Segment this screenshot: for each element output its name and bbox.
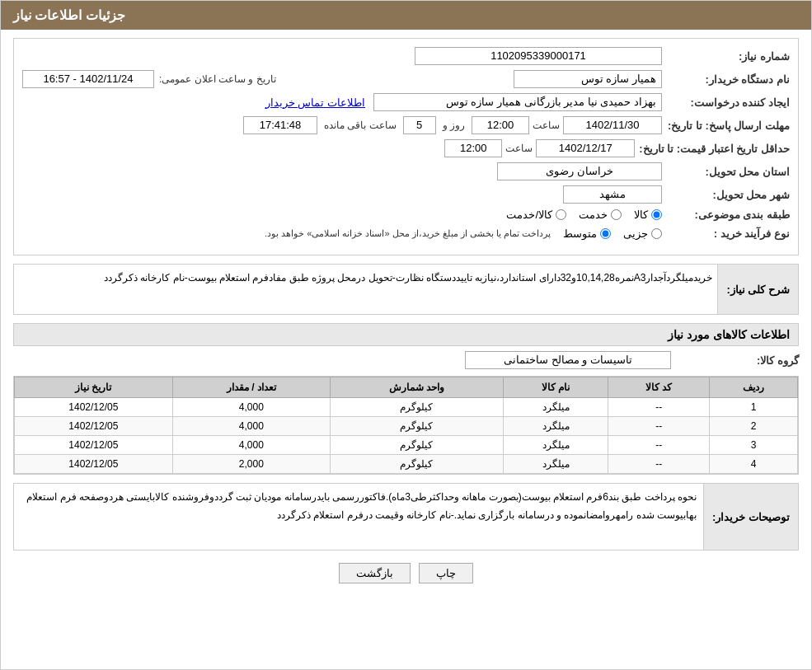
noe-farayand-label: نوع فرآیند خرید : bbox=[666, 227, 790, 240]
sharh-koli-text: خریدمیلگردآجدارA3نمره10,14,28و32دارای اس… bbox=[14, 265, 717, 314]
cell-tedad: 4,000 bbox=[172, 436, 330, 455]
radio-kala-khadamat-input[interactable] bbox=[556, 209, 566, 220]
buyer-desc-text: نحوه پرداخت طبق بند6فرم استعلام بیوست(بص… bbox=[14, 484, 703, 550]
mohlat-label: مهلت ارسال پاسخ: تا تاریخ: bbox=[666, 119, 790, 132]
cell-radif: 4 bbox=[710, 455, 798, 474]
table-row: 1 -- میلگرد کیلوگرم 4,000 1402/12/05 bbox=[15, 398, 798, 417]
radio-kala-input[interactable] bbox=[651, 209, 662, 220]
radio-motavaset-input[interactable] bbox=[600, 228, 611, 239]
radio-khadamat-label: خدمت bbox=[579, 208, 608, 221]
radio-jozee-input[interactable] bbox=[651, 228, 662, 239]
col-tedad: تعداد / مقدار bbox=[172, 377, 330, 398]
cell-radif: 3 bbox=[710, 436, 798, 455]
saat-label-2: ساعت bbox=[505, 143, 533, 154]
cell-kod-kala: -- bbox=[608, 398, 710, 417]
cell-kod-kala: -- bbox=[608, 455, 710, 474]
cell-tarikh: 1402/12/05 bbox=[15, 455, 173, 474]
mohlat-date-value: 1402/11/30 bbox=[563, 116, 662, 134]
table-row: 4 -- میلگرد کیلوگرم 2,000 1402/12/05 bbox=[15, 455, 798, 474]
shomare-niaz-label: شماره نیاز: bbox=[666, 50, 790, 63]
mohlat-saat-value: 12:00 bbox=[472, 116, 529, 134]
ostan-value: خراسان رضوی bbox=[497, 162, 662, 180]
mohlat-roz-value: 5 bbox=[403, 116, 436, 134]
tarifbandi-radiogroup: کالا خدمت کالا/خدمت bbox=[506, 208, 662, 221]
mohlat-baqi-value: 17:41:48 bbox=[243, 116, 317, 134]
radio-kala[interactable]: کالا bbox=[634, 208, 662, 221]
cell-radif: 1 bbox=[710, 398, 798, 417]
cell-tedad: 4,000 bbox=[172, 398, 330, 417]
group-kala-value: تاسیسات و مصالح ساختمانی bbox=[465, 351, 671, 369]
col-radif: ردیف bbox=[710, 377, 798, 398]
col-vahed: واحد شمارش bbox=[331, 377, 504, 398]
shomare-niaz-value: 1102095339000171 bbox=[415, 47, 662, 65]
cell-vahed: کیلوگرم bbox=[331, 417, 504, 436]
hadaqal-label: حداقل تاریخ اعتبار قیمت: تا تاریخ: bbox=[639, 143, 790, 155]
table-row: 3 -- میلگرد کیلوگرم 4,000 1402/12/05 bbox=[15, 436, 798, 455]
goods-table: ردیف کد کالا نام کالا واحد شمارش تعداد /… bbox=[13, 376, 799, 475]
roz-label: روز و bbox=[443, 119, 465, 131]
buyer-desc-label: توصیحات خریدار: bbox=[703, 484, 798, 550]
saat-label-1: ساعت bbox=[533, 119, 560, 131]
ostan-label: استان محل تحویل: bbox=[666, 166, 790, 178]
tarikh-saat-label: تاریخ و ساعت اعلان عمومی: bbox=[159, 73, 276, 85]
noe-farayand-radiogroup: جزیی متوسط bbox=[563, 227, 662, 240]
cell-tedad: 2,000 bbox=[172, 455, 330, 474]
tarikh-saat-value: 1402/11/24 - 16:57 bbox=[22, 70, 154, 88]
sharh-koli-label: شرح کلی نیاز: bbox=[717, 265, 798, 314]
shahr-label: شهر محل تحویل: bbox=[666, 189, 790, 201]
cell-vahed: کیلوگرم bbox=[331, 436, 504, 455]
cell-nam-kala: میلگرد bbox=[503, 436, 608, 455]
baqi-mandeh-label: ساعت باقی مانده bbox=[324, 119, 397, 131]
shahr-value: مشهد bbox=[563, 185, 662, 204]
col-nam-kala: نام کالا bbox=[503, 377, 608, 398]
cell-tarikh: 1402/12/05 bbox=[15, 398, 173, 417]
ijad-karandeh-label: ایجاد کننده درخواست: bbox=[666, 96, 790, 109]
cell-tarikh: 1402/12/05 bbox=[15, 436, 173, 455]
radio-motavaset[interactable]: متوسط bbox=[563, 227, 611, 240]
hadaqal-date-value: 1402/12/17 bbox=[536, 139, 635, 157]
radio-kala-khadamat-label: کالا/خدمت bbox=[506, 208, 552, 221]
cell-nam-kala: میلگرد bbox=[503, 455, 608, 474]
radio-motavaset-label: متوسط bbox=[563, 227, 597, 240]
table-row: 2 -- میلگرد کیلوگرم 4,000 1402/12/05 bbox=[15, 417, 798, 436]
radio-kala-khadamat[interactable]: کالا/خدمت bbox=[506, 208, 566, 221]
nam-dastgah-label: نام دستگاه خریدار: bbox=[666, 73, 790, 86]
nam-dastgah-value: همیار سازه توس bbox=[514, 70, 662, 88]
cell-nam-kala: میلگرد bbox=[503, 398, 608, 417]
cell-tarikh: 1402/12/05 bbox=[15, 417, 173, 436]
col-kod-kala: کد کالا bbox=[608, 377, 710, 398]
radio-jozee-label: جزیی bbox=[623, 227, 648, 240]
cell-kod-kala: -- bbox=[608, 417, 710, 436]
page-header: جزئیات اطلاعات نیاز bbox=[1, 1, 811, 30]
radio-jozee[interactable]: جزیی bbox=[623, 227, 662, 240]
page-title: جزئیات اطلاعات نیاز bbox=[13, 8, 125, 22]
cell-radif: 2 bbox=[710, 417, 798, 436]
process-text: پرداخت تمام یا بخشی از مبلغ خرید،از محل … bbox=[265, 226, 551, 241]
cell-nam-kala: میلگرد bbox=[503, 417, 608, 436]
back-button[interactable]: بازگشت bbox=[339, 563, 411, 583]
cell-tedad: 4,000 bbox=[172, 417, 330, 436]
cell-vahed: کیلوگرم bbox=[331, 398, 504, 417]
cell-vahed: کیلوگرم bbox=[331, 455, 504, 474]
footer-buttons: چاپ بازگشت bbox=[13, 563, 799, 583]
goods-section-title: اطلاعات کالاهای مورد نیاز bbox=[13, 323, 799, 346]
hadaqal-saat-value: 12:00 bbox=[444, 139, 502, 157]
col-tarikh: تاریخ نیاز bbox=[15, 377, 173, 398]
group-kala-label: گروه کالا: bbox=[675, 354, 799, 367]
print-button[interactable]: چاپ bbox=[419, 563, 473, 583]
radio-khadamat-input[interactable] bbox=[611, 209, 622, 220]
radio-kala-label: کالا bbox=[634, 208, 648, 221]
radio-khadamat[interactable]: خدمت bbox=[579, 208, 622, 221]
ijad-karandeh-value: بهزاد حمیدی نیا مدیر بازرگانی همیار سازه… bbox=[373, 93, 662, 111]
ettelaat-tamas-link[interactable]: اطلاعات تماس خریدار bbox=[265, 96, 365, 109]
cell-kod-kala: -- bbox=[608, 436, 710, 455]
tarifbandi-label: طبقه بندی موضوعی: bbox=[666, 208, 790, 221]
